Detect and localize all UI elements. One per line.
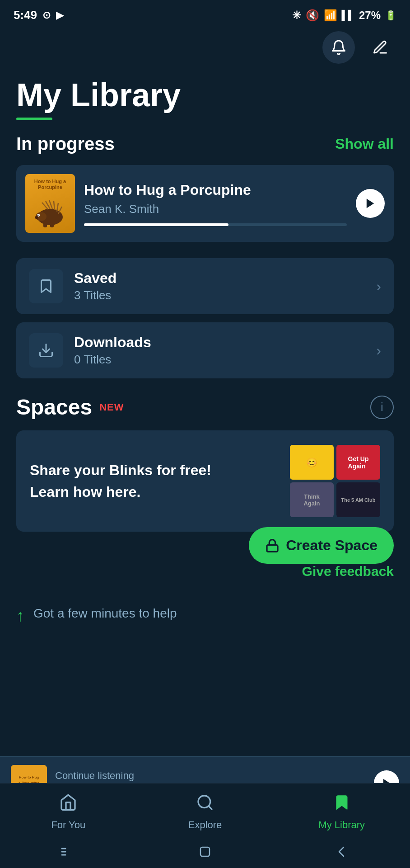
spaces-title: Spaces [16, 395, 92, 420]
spaces-title-group: Spaces NEW [16, 395, 124, 420]
bluetooth-icon: ✳ [292, 9, 301, 22]
bottom-nav: For You Explore My Library [0, 783, 410, 838]
page-title-section: My Library [0, 68, 410, 134]
video-icon: ▶ [56, 9, 64, 21]
book-title: How to Hug a Porcupine [84, 181, 347, 200]
thumb-4: The 5 AM Club [336, 482, 380, 517]
page-title: My Library [16, 77, 394, 113]
chevron-right-icon: › [376, 278, 381, 295]
feedback-arrow-icon: ↑ [16, 606, 24, 625]
svg-marker-13 [367, 199, 374, 208]
create-space-button[interactable]: Create Space [249, 527, 394, 564]
book-info: How to Hug a Porcupine Sean K. Smith [84, 181, 347, 226]
status-bar: 5:49 ⊙ ▶ ✳ 🔇 📶 ▌▌ 27% 🔋 [0, 0, 410, 27]
clock-icon: ⊙ [42, 9, 51, 21]
battery-percent: 27% [359, 9, 381, 22]
svg-rect-15 [267, 545, 278, 552]
chevron-right-icon: › [376, 342, 381, 359]
system-back-button[interactable] [331, 844, 353, 860]
svg-text:How to Hug: How to Hug [19, 775, 39, 779]
saved-text: Saved 3 Titles [74, 270, 365, 302]
home-icon [59, 793, 77, 816]
in-progress-section: In progress Show all How to Hug a Porcup… [0, 134, 410, 242]
battery-icon: 🔋 [385, 10, 396, 21]
search-icon [196, 793, 214, 816]
saved-label: Saved [74, 270, 365, 287]
saved-count: 3 Titles [74, 288, 365, 302]
title-underline [16, 118, 52, 120]
downloads-text: Downloads 0 Titles [74, 334, 365, 367]
svg-rect-27 [200, 847, 210, 856]
book-thumbnails: 😊 Get UpAgain ThinkAgain The 5 AM Club [290, 445, 380, 517]
edit-button[interactable] [364, 31, 396, 64]
book-cover: How to Hug a Porcupine [25, 174, 75, 233]
mini-continue-label: Continue listening [55, 770, 366, 782]
svg-rect-12 [50, 223, 54, 227]
status-left: 5:49 ⊙ ▶ [14, 8, 64, 22]
status-right: ✳ 🔇 📶 ▌▌ 27% 🔋 [292, 9, 396, 22]
svg-rect-11 [43, 223, 47, 227]
downloads-icon-box [29, 333, 63, 368]
nav-explore[interactable]: Explore [137, 783, 274, 838]
explore-nav-label: Explore [188, 819, 222, 831]
spaces-share-text: Share your Blinks for free!Learn how her… [30, 459, 279, 503]
my-library-nav-label: My Library [318, 819, 365, 831]
svg-line-4 [57, 203, 58, 212]
downloads-item[interactable]: Downloads 0 Titles › [16, 322, 394, 378]
in-progress-header: In progress Show all [16, 134, 394, 154]
bottom-section: For You Explore My Library [0, 783, 410, 868]
saved-item[interactable]: Saved 3 Titles › [16, 258, 394, 314]
system-home-button[interactable] [194, 844, 216, 860]
book-card[interactable]: How to Hug a Porcupine [16, 165, 394, 242]
nav-my-library[interactable]: My Library [273, 783, 410, 838]
give-feedback-button[interactable]: Give feedback [302, 564, 394, 579]
new-badge: NEW [99, 401, 124, 413]
feedback-text: Got a few minutes to help [33, 606, 177, 621]
system-menu-button[interactable] [57, 844, 79, 860]
download-icon [38, 342, 54, 359]
spaces-header: Spaces NEW i [0, 395, 410, 420]
in-progress-title: In progress [16, 134, 115, 154]
nav-for-you[interactable]: For You [0, 783, 137, 838]
svg-point-10 [35, 216, 38, 219]
signal-icon: ▌▌ [342, 10, 354, 20]
for-you-nav-label: For You [51, 819, 85, 831]
progress-bar-background [84, 223, 347, 226]
library-icon [333, 793, 351, 816]
play-button[interactable] [356, 189, 385, 218]
bookmark-icon [38, 278, 54, 294]
saved-icon-box [29, 269, 63, 303]
downloads-label: Downloads [74, 334, 365, 351]
lock-icon [265, 538, 280, 553]
system-buttons-row [0, 838, 410, 868]
thumb-1: 😊 [290, 445, 334, 480]
thumb-3: ThinkAgain [290, 482, 334, 517]
spaces-card[interactable]: Share your Blinks for free!Learn how her… [16, 430, 394, 532]
library-items-section: Saved 3 Titles › Downloads 0 Titles › [0, 258, 410, 378]
svg-line-23 [209, 806, 212, 809]
mute-icon: 🔇 [306, 9, 319, 22]
info-button[interactable]: i [370, 396, 394, 419]
downloads-count: 0 Titles [74, 353, 365, 367]
thumb-2: Get UpAgain [336, 445, 380, 480]
notification-button[interactable] [322, 31, 355, 64]
create-space-overlay: Create Space Give feedback [0, 518, 410, 579]
status-time: 5:49 [14, 8, 37, 22]
wifi-icon: 📶 [324, 9, 337, 22]
porcupine-illustration [32, 197, 68, 228]
header-actions [0, 27, 410, 68]
svg-point-9 [37, 215, 39, 216]
create-space-label: Create Space [286, 537, 377, 554]
progress-bar-fill [84, 223, 228, 226]
show-all-button[interactable]: Show all [335, 136, 394, 152]
book-author: Sean K. Smith [84, 202, 347, 216]
spaces-section: Spaces NEW i Share your Blinks for free!… [0, 395, 410, 642]
svg-line-3 [54, 201, 55, 210]
feedback-teaser: ↑ Got a few minutes to help [16, 590, 394, 642]
